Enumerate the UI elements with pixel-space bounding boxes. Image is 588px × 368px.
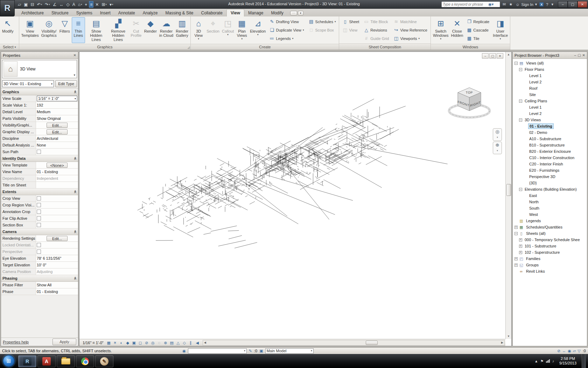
checkbox-crop-view[interactable] [37,196,41,200]
expander-plus-icon[interactable]: + [514,264,518,267]
dimension-icon[interactable]: ↔ [58,1,65,8]
instance-selector[interactable]: 3D View: 01 - Existing ▾ [2,80,54,87]
ribbon-button-modify[interactable]: ↖Modify [1,17,14,43]
browser-item-legends[interactable]: ▥Legends [513,218,587,224]
unlocked-3d-view-icon[interactable]: ⊘ [144,340,150,346]
checkbox-locked-orientati[interactable] [37,243,41,247]
ribbon-options-icon[interactable]: ⋯ [290,11,297,15]
browser-item-01-existing[interactable]: 01 - Existing [513,123,587,129]
switch-windows-icon[interactable]: ⊞▾ [100,1,108,8]
checkbox-crop-region-visi[interactable] [37,203,41,207]
exchange-apps-icon[interactable]: X [539,2,544,7]
value-dependency[interactable]: Independent [37,176,58,180]
tab-annotate[interactable]: Annotate [114,9,139,16]
steering-wheel-control[interactable]: ◎ ▾ [493,128,502,141]
sign-in-control[interactable]: ☺ Sign In ▾ [515,2,538,7]
collapse-chevron-icon[interactable]: ≪ [73,230,77,233]
browser-item-101-substructure[interactable]: +101 - Substructure [513,243,587,249]
ribbon-button-tile[interactable]: ▦Tile [465,34,491,42]
value-phase[interactable]: 01 - Existing [37,289,58,294]
value-camera-position[interactable]: Adjusting [37,270,52,274]
taskbar-clock[interactable]: 2:58 PM 9/15/2013 [556,356,579,366]
dialog-launcher-icon[interactable]: ◿ [188,46,190,49]
ribbon-button-visibility-graphics[interactable]: ◎Visibility/Graphics [40,17,58,43]
close-button[interactable]: ✕ [578,1,587,8]
crop-view-icon[interactable]: ▣ [131,340,137,346]
ribbon-button-cascade[interactable]: ▩Cascade [465,26,491,34]
collapse-chevron-icon[interactable]: ≪ [73,157,77,160]
favorites-icon[interactable]: ★ [508,2,513,7]
checkbox-annotation-crop[interactable] [37,210,41,214]
ribbon-button-replicate[interactable]: ❐Replicate [465,18,491,26]
tab-architecture[interactable]: Architecture [18,9,48,16]
tab-massing-site[interactable]: Massing & Site [162,9,197,16]
browser-item-level-2[interactable]: Level 2 [513,79,587,85]
collapse-chevron-icon[interactable]: ≪ [73,190,77,193]
checkbox-section-box[interactable] [37,223,41,227]
redo-icon[interactable]: ↷▾ [44,1,51,8]
browser-item-3d-views[interactable]: −3D Views [513,117,587,123]
ribbon-button-legends[interactable]: ≔Legends▾ [268,34,306,42]
browser-item-site[interactable]: Site [513,91,587,98]
undo-icon[interactable]: ↶▾ [36,1,43,8]
tab-structure[interactable]: Structure [48,9,72,16]
ribbon-button-switch-windows[interactable]: ⊞SwitchWindows▾ [432,17,450,43]
browser-item-perspective-3d[interactable]: Perspective 3D [513,173,587,180]
expander-minus-icon[interactable]: − [514,232,518,235]
print-icon[interactable]: ⊟ [30,1,35,8]
browser-item-roof[interactable]: Roof [513,85,587,91]
tag-icon[interactable]: ◇ [65,1,71,8]
browser-item-3d[interactable]: {3D} [513,180,587,186]
view-restore-button[interactable]: ▢ [489,53,496,59]
properties-title-bar[interactable]: Properties ✕ [1,52,78,59]
browser-item-floor-plans[interactable]: −Floor Plans [513,66,587,73]
value-parts-visibility[interactable]: Show Original [37,116,61,121]
tray-show-hidden-icon[interactable]: ▲ [534,359,538,363]
panel-label-select[interactable]: Select▾ [0,44,19,50]
collapse-chevron-icon[interactable]: ≪ [73,90,77,93]
measure-icon[interactable]: ∠ [52,1,58,8]
browser-item-north[interactable]: North [513,199,587,205]
tab-analyze[interactable]: Analyze [139,9,162,16]
browser-item-south[interactable]: South [513,205,587,211]
search-dropdown-icon[interactable]: ▾ [492,2,494,7]
property-group-identity-data[interactable]: Identity Data≪ [1,155,78,162]
ribbon-button-thin-lines[interactable]: ≡ThinLines [72,17,85,43]
active-design-option-select[interactable]: Main Model ▾ [265,348,314,354]
ribbon-button-drafting-view[interactable]: ✎Drafting View [268,18,306,26]
browser-item-b20-exterior-enclosure[interactable]: B20 - Exterior Enclosure [513,148,587,155]
tab-modify[interactable]: Modify [267,9,287,16]
expander-minus-icon[interactable]: − [519,188,522,191]
ribbon-button-viewports[interactable]: ◫Viewports▾ [392,34,428,42]
value-default-analysis[interactable]: None [37,143,46,147]
exclude-options-icon[interactable]: ⊘ [557,349,560,353]
browser-item-a10-substructure[interactable]: A10 - Substructure [513,136,587,142]
help-dropdown-icon[interactable]: ▾ [551,2,554,7]
property-group-extents[interactable]: Extents≪ [1,189,78,195]
wheel-dropdown-icon[interactable]: ▾ [497,135,498,140]
ribbon-button-render-gallery[interactable]: ▥RenderGallery [175,17,189,43]
revit-taskbar-button[interactable]: R [18,355,36,367]
panel-label-windows[interactable]: Windows [431,44,510,50]
help-icon[interactable]: ? [545,2,549,7]
browser-item-02-demo[interactable]: 02 - Demo [513,129,587,136]
tab-systems[interactable]: Systems [72,9,96,16]
collapse-bar-icon[interactable]: ◀ [194,340,201,346]
project-browser-title-bar[interactable]: Project Browser - Project3 ‒ ▢ ✕ [513,52,587,59]
view-cube[interactable]: TOP FRONT RIGHT [443,83,496,125]
browser-item-ceiling-plans[interactable]: −Ceiling Plans [513,98,587,104]
model-canvas[interactable]: ‒ ▢ ✕ TOP FRONT RIGHT [79,52,505,339]
button-rendering-settings[interactable]: Edit... [47,236,68,241]
ribbon-button-3d-view[interactable]: ⌂3DView▾ [192,17,205,43]
show-desktop-button[interactable] [582,354,586,368]
ribbon-button-render[interactable]: ◆Render [143,17,158,43]
ribbon-button-user-interface[interactable]: ◨UserInterface▾ [492,17,509,43]
design-options-icon[interactable]: ▣ [259,349,263,353]
tab-manage[interactable]: Manage [244,9,267,16]
panel-label-sheet-composition[interactable]: Sheet Composition [339,43,430,50]
filter-icon[interactable]: ▽ [578,349,580,353]
zoom-dropdown-icon[interactable]: ▾ [497,148,498,153]
browser-item-e20-furnishings[interactable]: E20 - Furnishings [513,167,587,173]
show-rendering-dialog-icon[interactable]: ◆ [125,340,131,346]
browser-item-east[interactable]: East [513,192,587,199]
